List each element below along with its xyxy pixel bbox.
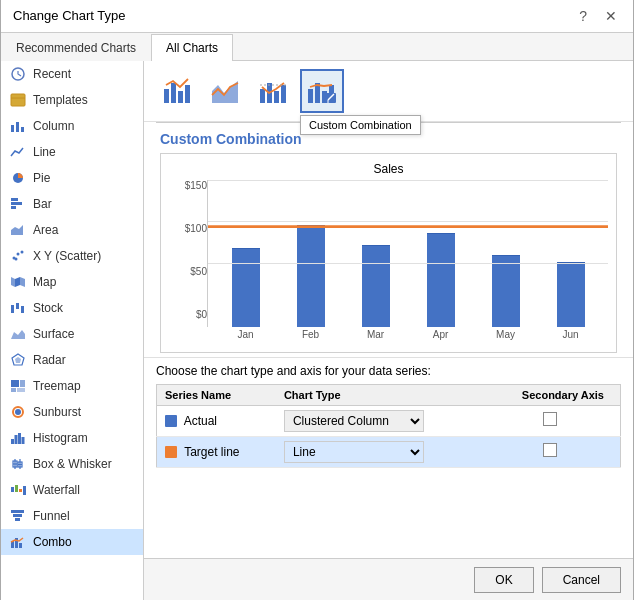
help-button[interactable]: ? <box>575 8 591 24</box>
col-series-name: Series Name <box>157 384 276 405</box>
sidebar-label-pie: Pie <box>33 171 50 185</box>
combo-icon-btn-custom[interactable] <box>300 69 344 113</box>
chart-title: Sales <box>169 162 608 176</box>
sidebar-label-scatter: X Y (Scatter) <box>33 249 101 263</box>
tabs-row: Recommended Charts All Charts <box>1 33 633 61</box>
radar-icon <box>9 352 27 368</box>
sidebar-label-box: Box & Whisker <box>33 457 112 471</box>
bar-apr <box>411 233 470 327</box>
surface-icon <box>9 326 27 342</box>
sidebar-item-radar[interactable]: Radar <box>1 347 143 373</box>
tab-recommended-charts[interactable]: Recommended Charts <box>1 34 151 61</box>
sidebar-item-stock[interactable]: Stock <box>1 295 143 321</box>
sidebar-item-histogram[interactable]: Histogram <box>1 425 143 451</box>
svg-marker-17 <box>20 277 25 287</box>
svg-rect-51 <box>171 83 176 103</box>
sidebar-item-bar[interactable]: Bar <box>1 191 143 217</box>
sidebar-item-recent[interactable]: Recent <box>1 61 143 87</box>
series-row-target: Target line Line <box>157 436 621 467</box>
y-axis: $150 $100 $50 $0 <box>169 180 207 340</box>
svg-marker-23 <box>15 357 21 363</box>
svg-point-12 <box>17 252 20 255</box>
sidebar-item-combo[interactable]: Combo <box>1 529 143 555</box>
svg-rect-19 <box>16 303 19 309</box>
bar-may <box>476 255 535 327</box>
funnel-icon <box>9 508 27 524</box>
line-icon <box>9 144 27 160</box>
svg-rect-5 <box>21 127 24 132</box>
sidebar-item-treemap[interactable]: Treemap <box>1 373 143 399</box>
svg-rect-43 <box>23 486 26 495</box>
sidebar-label-stock: Stock <box>33 301 63 315</box>
svg-rect-30 <box>11 439 14 444</box>
tab-all-charts[interactable]: All Charts <box>151 34 233 61</box>
svg-point-14 <box>15 257 18 260</box>
sidebar-label-radar: Radar <box>33 353 66 367</box>
sidebar-item-column[interactable]: Column <box>1 113 143 139</box>
combo-icon-btn-2[interactable] <box>204 69 248 113</box>
series-section: Choose the chart type and axis for your … <box>144 357 633 558</box>
sidebar-item-box[interactable]: Box & Whisker <box>1 451 143 477</box>
sidebar-label-funnel: Funnel <box>33 509 70 523</box>
sidebar-item-line[interactable]: Line <box>1 139 143 165</box>
target-chart-type-cell[interactable]: Line <box>276 436 481 467</box>
sidebar-label-waterfall: Waterfall <box>33 483 80 497</box>
templates-icon <box>9 92 27 108</box>
close-button[interactable]: ✕ <box>601 8 621 24</box>
combo-tooltip: Custom Combination <box>300 115 421 135</box>
svg-rect-25 <box>20 380 25 387</box>
sidebar-label-line: Line <box>33 145 56 159</box>
target-secondary-axis-checkbox[interactable] <box>543 443 557 457</box>
cancel-button[interactable]: Cancel <box>542 567 621 593</box>
chart-container: Sales $150 $100 $50 $0 <box>160 153 617 353</box>
svg-marker-15 <box>11 277 15 287</box>
svg-rect-42 <box>19 489 22 492</box>
ok-button[interactable]: OK <box>474 567 533 593</box>
sidebar-item-area[interactable]: Area <box>1 217 143 243</box>
series-prompt: Choose the chart type and axis for your … <box>156 364 621 378</box>
actual-secondary-axis-checkbox[interactable] <box>543 412 557 426</box>
sidebar-label-column: Column <box>33 119 74 133</box>
title-actions: ? ✕ <box>575 8 621 24</box>
target-color-dot <box>165 446 177 458</box>
svg-rect-32 <box>18 433 21 444</box>
map-icon <box>9 274 27 290</box>
svg-rect-9 <box>11 206 16 209</box>
actual-color-dot <box>165 415 177 427</box>
sidebar-item-waterfall[interactable]: Waterfall <box>1 477 143 503</box>
sidebar-item-scatter[interactable]: X Y (Scatter) <box>1 243 143 269</box>
sidebar-item-surface[interactable]: Surface <box>1 321 143 347</box>
col-secondary-axis: Secondary Axis <box>481 384 621 405</box>
series-row-actual: Actual Clustered Column <box>157 405 621 436</box>
sidebar-label-templates: Templates <box>33 93 88 107</box>
combo-icon-btn-3[interactable] <box>252 69 296 113</box>
sidebar-item-map[interactable]: Map <box>1 269 143 295</box>
sidebar-item-pie[interactable]: Pie <box>1 165 143 191</box>
svg-rect-18 <box>11 305 14 313</box>
sidebar-item-templates[interactable]: Templates <box>1 87 143 113</box>
target-chart-type-select[interactable]: Line <box>284 441 424 463</box>
bar-jan <box>216 248 275 327</box>
target-secondary-axis-cell[interactable] <box>481 436 621 467</box>
dialog-title: Change Chart Type <box>13 8 126 23</box>
dialog-body: Recent Templates Column Li <box>1 61 633 601</box>
sidebar-item-sunburst[interactable]: Sunburst <box>1 399 143 425</box>
bar-jun <box>541 262 600 327</box>
svg-marker-21 <box>11 330 25 339</box>
actual-chart-type-select[interactable]: Clustered Column <box>284 410 424 432</box>
actual-secondary-axis-cell[interactable] <box>481 405 621 436</box>
sidebar-label-area: Area <box>33 223 58 237</box>
sidebar-item-funnel[interactable]: Funnel <box>1 503 143 529</box>
svg-rect-41 <box>15 485 18 492</box>
combo-icon-btn-1[interactable] <box>156 69 200 113</box>
svg-rect-26 <box>11 388 16 392</box>
bar-mar <box>346 245 405 327</box>
target-name-cell: Target line <box>157 436 276 467</box>
svg-rect-27 <box>17 388 25 392</box>
sidebar-label-bar: Bar <box>33 197 52 211</box>
sidebar-label-map: Map <box>33 275 56 289</box>
stock-icon <box>9 300 27 316</box>
actual-chart-type-cell[interactable]: Clustered Column <box>276 405 481 436</box>
svg-rect-50 <box>164 89 169 103</box>
col-chart-type: Chart Type <box>276 384 481 405</box>
